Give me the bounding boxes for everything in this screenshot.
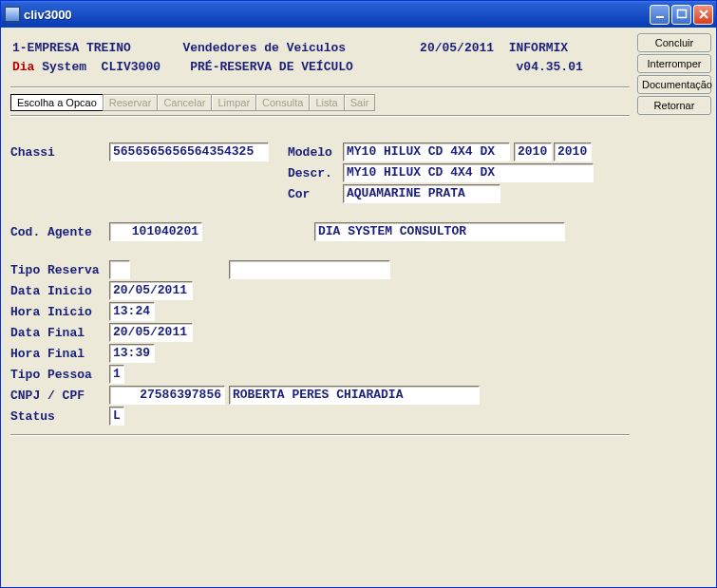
close-icon	[698, 9, 709, 20]
header-company: 1-EMPRESA TREINO	[12, 41, 131, 55]
sair-button[interactable]: Sair	[344, 94, 376, 111]
header-screen-title: Vendedores de Veiculos	[182, 41, 346, 55]
maximize-icon	[676, 9, 688, 20]
minimize-button[interactable]	[650, 5, 670, 25]
header-brand-red: Dia	[12, 60, 34, 74]
field-data-inicio[interactable]: 20/05/2011	[109, 281, 193, 300]
form: Chassi 5656565656564354325 Modelo MY10 H…	[10, 124, 630, 436]
row-chassi: Chassi 5656565656564354325 Modelo MY10 H…	[10, 142, 630, 162]
row-tipo-reserva: Tipo Reserva	[10, 259, 630, 280]
label-data-final: Data Final	[10, 326, 109, 340]
label-cnpj-cpf: CNPJ / CPF	[10, 389, 109, 403]
row-data-inicio: Data Inicio 20/05/2011	[10, 280, 630, 301]
window-title: cliv3000	[24, 8, 648, 22]
field-cor[interactable]: AQUAMARINE PRATA	[343, 184, 500, 203]
header-version: v04.35.01	[517, 60, 583, 74]
field-modelo[interactable]: MY10 HILUX CD 4X4 DX	[343, 142, 510, 161]
client-area: 1-EMPRESA TREINO Vendedores de Veiculos …	[1, 28, 716, 587]
app-icon	[5, 7, 20, 22]
row-cor: Cor AQUAMARINE PRATA	[10, 183, 630, 204]
titlebar: cliv3000	[1, 1, 716, 28]
escolha-opcao-button[interactable]: Escolha a Opcao	[10, 94, 104, 111]
field-hora-final[interactable]: 13:39	[109, 344, 155, 363]
side-buttons: Concluir Interromper Documentação Retorn…	[637, 28, 716, 587]
label-tipo-reserva: Tipo Reserva	[10, 263, 109, 277]
header-brand-rest: System CLIV3000	[34, 60, 160, 74]
field-ano1[interactable]: 2010	[514, 142, 552, 161]
row-hora-inicio: Hora Inicio 13:24	[10, 301, 630, 322]
field-ano2[interactable]: 2010	[554, 142, 592, 161]
field-cpf-nome[interactable]: ROBERTA PERES CHIARADIA	[229, 386, 480, 405]
label-tipo-pessoa: Tipo Pessoa	[10, 368, 109, 382]
field-agente-nome[interactable]: DIA SYSTEM CONSULTOR	[314, 222, 565, 241]
svg-rect-0	[656, 16, 664, 18]
header-db: INFORMIX	[509, 41, 568, 55]
row-status: Status L	[10, 406, 630, 427]
field-descr[interactable]: MY10 HILUX CD 4X4 DX	[343, 163, 594, 182]
svg-rect-1	[677, 10, 686, 18]
cancelar-button[interactable]: Cancelar	[157, 94, 212, 111]
minimize-icon	[654, 9, 666, 20]
field-chassi[interactable]: 5656565656564354325	[109, 142, 269, 161]
reservar-button[interactable]: Reservar	[103, 94, 159, 111]
field-tipo-reserva[interactable]	[109, 260, 130, 279]
field-status[interactable]: L	[109, 407, 124, 426]
field-hora-inicio[interactable]: 13:24	[109, 302, 155, 321]
label-modelo: Modelo	[288, 145, 343, 160]
label-cod-agente: Cod. Agente	[10, 225, 109, 239]
separator-toolbar	[10, 115, 630, 117]
separator-bottom	[10, 434, 630, 436]
lista-button[interactable]: Lista	[309, 94, 344, 111]
label-hora-final: Hora Final	[10, 347, 109, 361]
main-panel: 1-EMPRESA TREINO Vendedores de Veiculos …	[1, 28, 637, 587]
row-hora-final: Hora Final 13:39	[10, 343, 630, 364]
separator-top	[10, 86, 630, 88]
row-cnpj-cpf: CNPJ / CPF 27586397856 ROBERTA PERES CHI…	[10, 385, 630, 406]
header-date: 20/05/2011	[420, 41, 494, 55]
field-tipo-reserva-desc[interactable]	[229, 260, 390, 279]
label-status: Status	[10, 409, 109, 424]
field-tipo-pessoa[interactable]: 1	[109, 365, 124, 384]
label-descr: Descr.	[288, 166, 343, 180]
header-block: 1-EMPRESA TREINO Vendedores de Veiculos …	[10, 37, 630, 83]
interromper-button[interactable]: Interromper	[637, 54, 711, 73]
row-data-final: Data Final 20/05/2011	[10, 322, 630, 343]
concluir-button[interactable]: Concluir	[637, 33, 711, 52]
label-cor: Cor	[288, 187, 343, 201]
app-window: cliv3000 1-EMPRESA TREINO Vendedores de …	[0, 0, 717, 588]
row-tipo-pessoa: Tipo Pessoa 1	[10, 364, 630, 385]
field-data-final[interactable]: 20/05/2011	[109, 323, 193, 342]
close-button[interactable]	[693, 5, 713, 25]
limpar-button[interactable]: Limpar	[211, 94, 256, 111]
consulta-button[interactable]: Consulta	[255, 94, 310, 111]
row-cod-agente: Cod. Agente 101040201 DIA SYSTEM CONSULT…	[10, 221, 630, 242]
row-descr: Descr. MY10 HILUX CD 4X4 DX	[10, 162, 630, 183]
documentacao-button[interactable]: Documentação	[637, 75, 711, 94]
header-subtitle: PRÉ-RESERVA DE VEÍCULO	[190, 60, 353, 74]
label-data-inicio: Data Inicio	[10, 284, 109, 298]
maximize-button[interactable]	[671, 5, 691, 25]
retornar-button[interactable]: Retornar	[637, 96, 711, 115]
toolbar: Escolha a Opcao Reservar Cancelar Limpar…	[10, 94, 630, 111]
field-cod-agente[interactable]: 101040201	[109, 222, 202, 241]
label-chassi: Chassi	[10, 145, 109, 160]
label-hora-inicio: Hora Inicio	[10, 305, 109, 319]
field-cnpj-cpf[interactable]: 27586397856	[109, 386, 225, 405]
